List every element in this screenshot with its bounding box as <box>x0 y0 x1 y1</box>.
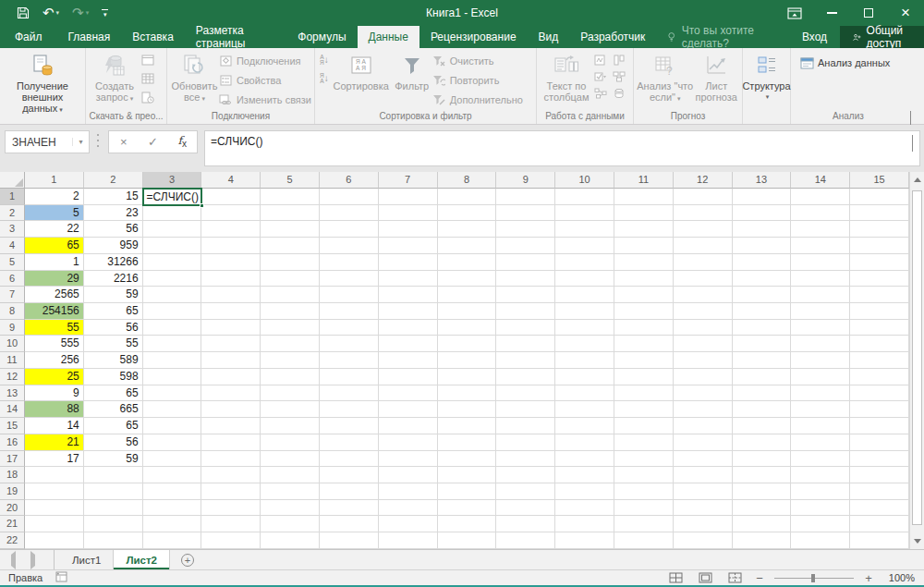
cell[interactable] <box>379 483 438 500</box>
maximize-button[interactable] <box>850 0 887 26</box>
cell[interactable] <box>201 516 261 532</box>
cell[interactable] <box>201 369 261 385</box>
cell[interactable] <box>791 385 850 402</box>
sort-descending-button[interactable]: ЯА↓ <box>320 73 329 84</box>
cell[interactable] <box>850 385 909 402</box>
row-header[interactable]: 7 <box>0 287 25 303</box>
cell[interactable]: 59 <box>84 451 143 468</box>
cell[interactable] <box>25 532 84 549</box>
cell[interactable] <box>674 271 733 287</box>
cell[interactable]: 21 <box>25 434 84 451</box>
cell[interactable] <box>261 287 320 303</box>
cell[interactable] <box>555 271 614 287</box>
cell[interactable] <box>379 221 438 238</box>
cell[interactable] <box>261 205 320 222</box>
cell[interactable] <box>850 221 909 238</box>
cell[interactable] <box>25 500 84 517</box>
cell[interactable] <box>614 516 674 532</box>
cell[interactable] <box>733 418 792 434</box>
cell[interactable] <box>438 303 497 320</box>
cell[interactable] <box>143 271 202 287</box>
customize-quick-access-button[interactable]: ▾ <box>102 9 108 17</box>
row-header[interactable]: 8 <box>0 303 25 320</box>
cell[interactable] <box>850 467 909 483</box>
column-header[interactable]: 3 <box>143 172 202 189</box>
column-header[interactable]: 12 <box>674 172 733 189</box>
cell[interactable] <box>379 303 438 320</box>
cell[interactable] <box>379 467 438 483</box>
cell[interactable] <box>143 467 202 483</box>
share-button[interactable]: Общий доступ <box>840 26 924 48</box>
cell[interactable] <box>320 189 379 205</box>
cell[interactable] <box>261 303 320 320</box>
get-external-data-button[interactable]: Получение внешних данных▾ <box>3 51 82 116</box>
insert-function-button[interactable]: fx <box>167 134 197 149</box>
cell[interactable] <box>733 336 792 352</box>
cell[interactable] <box>496 238 555 254</box>
cell[interactable] <box>555 401 614 418</box>
row-header[interactable]: 17 <box>0 451 25 468</box>
column-header[interactable]: 15 <box>850 172 909 189</box>
cell[interactable] <box>143 287 202 303</box>
cell[interactable] <box>438 500 497 517</box>
sheet-nav-left-icon[interactable] <box>11 555 16 566</box>
row-header[interactable]: 6 <box>0 271 25 287</box>
cell[interactable] <box>496 336 555 352</box>
cell[interactable] <box>320 467 379 483</box>
scroll-down-button[interactable] <box>910 533 924 549</box>
cell[interactable] <box>379 451 438 468</box>
cell[interactable] <box>674 532 733 549</box>
cell[interactable] <box>261 189 320 205</box>
cell[interactable] <box>733 320 792 336</box>
cell[interactable] <box>25 483 84 500</box>
sheet-nav-right-icon[interactable] <box>30 555 35 566</box>
cell[interactable] <box>496 205 555 222</box>
cell[interactable] <box>201 467 261 483</box>
zoom-in-button[interactable]: + <box>863 571 874 585</box>
cell[interactable] <box>201 221 261 238</box>
column-header[interactable]: 11 <box>614 172 674 189</box>
row-header[interactable]: 2 <box>0 205 25 222</box>
row-header[interactable]: 18 <box>0 467 25 483</box>
cell[interactable]: 17 <box>25 451 84 468</box>
cell[interactable]: 56 <box>84 320 143 336</box>
cell[interactable] <box>733 401 792 418</box>
cell[interactable] <box>438 320 497 336</box>
cell[interactable] <box>614 254 674 271</box>
row-header[interactable]: 14 <box>0 401 25 418</box>
cell[interactable] <box>320 532 379 549</box>
tab-insert[interactable]: Вставка <box>121 26 185 48</box>
cell[interactable] <box>614 352 674 369</box>
cell[interactable] <box>320 500 379 517</box>
minimize-button[interactable] <box>813 0 850 26</box>
cell[interactable] <box>143 336 202 352</box>
cell[interactable] <box>555 352 614 369</box>
cell[interactable] <box>555 434 614 451</box>
cell[interactable] <box>850 532 909 549</box>
cell[interactable] <box>320 352 379 369</box>
cell[interactable] <box>379 254 438 271</box>
cell[interactable] <box>201 320 261 336</box>
filter-button[interactable]: Фильтр <box>392 51 432 92</box>
cell[interactable] <box>320 238 379 254</box>
cell[interactable] <box>261 401 320 418</box>
column-header[interactable]: 7 <box>379 172 438 189</box>
cell[interactable] <box>143 238 202 254</box>
cell[interactable] <box>614 483 674 500</box>
cell[interactable] <box>733 221 792 238</box>
cell[interactable] <box>733 451 792 468</box>
cell[interactable] <box>320 271 379 287</box>
normal-view-button[interactable] <box>665 572 686 583</box>
tab-formulas[interactable]: Формулы <box>286 26 357 48</box>
cell[interactable] <box>614 271 674 287</box>
cell[interactable] <box>201 238 261 254</box>
cell[interactable] <box>201 271 261 287</box>
cell[interactable] <box>674 401 733 418</box>
row-header[interactable]: 13 <box>0 385 25 402</box>
cell[interactable] <box>791 303 850 320</box>
cell[interactable]: 31266 <box>84 254 143 271</box>
cell[interactable] <box>261 385 320 402</box>
cell[interactable] <box>674 467 733 483</box>
cell[interactable] <box>555 254 614 271</box>
cell[interactable] <box>674 320 733 336</box>
